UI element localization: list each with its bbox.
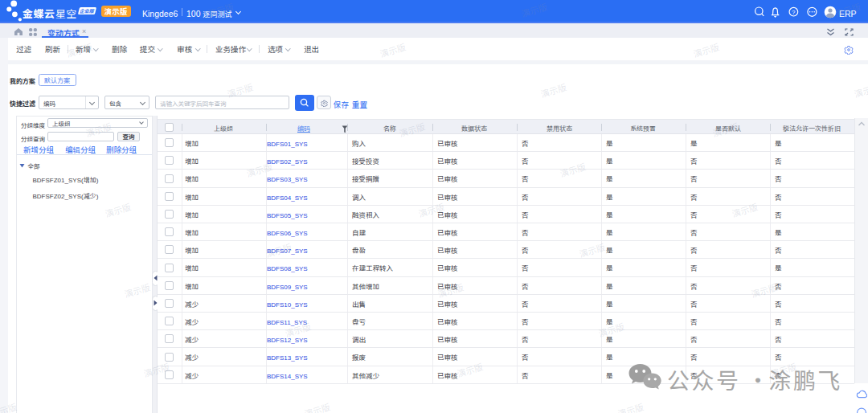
svg-text:?: ?	[792, 7, 795, 16]
